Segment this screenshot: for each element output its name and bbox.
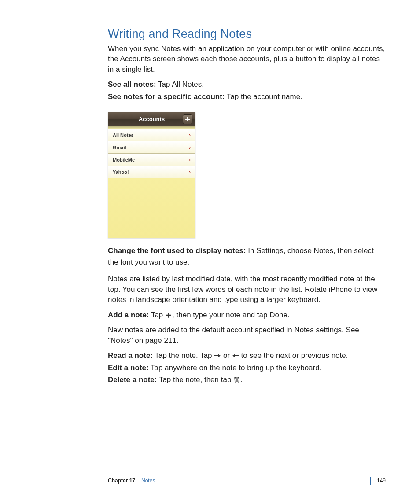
intro-paragraph: When you sync Notes with an application … [108, 44, 386, 74]
row-label: MobileMe [113, 157, 135, 162]
list-item[interactable]: MobileMe› [108, 154, 195, 166]
read-label: Read a note: [108, 351, 153, 360]
page-number: 149 [377, 478, 386, 484]
delete-post: . [240, 375, 243, 384]
trash-icon [234, 377, 240, 383]
change-font: Change the font used to display notes: I… [108, 245, 386, 268]
read-mid: or [221, 351, 232, 360]
list-item[interactable]: Gmail› [108, 141, 195, 154]
arrow-left-icon [232, 353, 239, 359]
navbar: Accounts [108, 112, 195, 126]
edit-note: Edit a note: Tap anywhere on the note to… [108, 362, 386, 374]
chevron-right-icon: › [189, 169, 191, 175]
list-item[interactable]: All Notes› [108, 129, 195, 141]
plus-icon [166, 312, 172, 318]
delete-pre: Tap the note, then tap [157, 375, 233, 384]
read-pre: Tap the note. Tap [153, 351, 214, 360]
chapter-name: Notes [141, 478, 155, 484]
edit-label: Edit a note: [108, 364, 149, 372]
delete-note: Delete a note: Tap the note, then tap . [108, 374, 386, 386]
change-font-label: Change the font used to display notes: [108, 246, 246, 255]
edit-text: Tap anywhere on the note to bring up the… [149, 364, 322, 372]
plus-icon [185, 115, 190, 123]
listing-paragraph: Notes are listed by last modified date, … [108, 274, 386, 305]
see-specific-account: See notes for a specific account: Tap th… [108, 91, 386, 103]
add-note-post: , then type your note and tap Done. [172, 311, 290, 319]
see-all-label: See all notes: [108, 80, 156, 88]
read-post: to see the next or previous note. [239, 351, 348, 360]
accounts-list: All Notes› Gmail› MobileMe› Yahoo!› [108, 129, 195, 178]
see-all-text: Tap All Notes. [156, 80, 204, 88]
notepad-area [108, 178, 195, 238]
list-item[interactable]: Yahoo!› [108, 166, 195, 178]
accounts-screenshot: Accounts All Notes› Gmail› MobileMe› Yah… [108, 112, 195, 238]
navbar-title: Accounts [139, 116, 165, 122]
see-all-notes: See all notes: Tap All Notes. [108, 79, 386, 90]
see-account-label: See notes for a specific account: [108, 92, 225, 101]
read-note: Read a note: Tap the note. Tap or to see… [108, 350, 386, 361]
footer-divider [370, 477, 371, 485]
section-heading: Writing and Reading Notes [108, 27, 386, 41]
add-note: Add a note: Tap , then type your note an… [108, 309, 386, 321]
add-note-label: Add a note: [108, 311, 149, 319]
chevron-right-icon: › [189, 157, 191, 163]
chevron-right-icon: › [189, 144, 191, 151]
arrow-right-icon [214, 353, 221, 359]
row-label: All Notes [113, 132, 134, 138]
default-account-paragraph: New notes are added to the default accou… [108, 325, 386, 346]
add-note-pre: Tap [149, 311, 166, 319]
row-label: Yahoo! [113, 169, 129, 175]
page-footer: Chapter 17 Notes 149 [108, 477, 386, 485]
add-note-button[interactable] [183, 114, 192, 124]
row-label: Gmail [113, 145, 126, 150]
chevron-right-icon: › [189, 132, 191, 138]
delete-label: Delete a note: [108, 375, 157, 384]
chapter-label: Chapter 17 [108, 478, 135, 484]
see-account-text: Tap the account name. [225, 92, 302, 101]
